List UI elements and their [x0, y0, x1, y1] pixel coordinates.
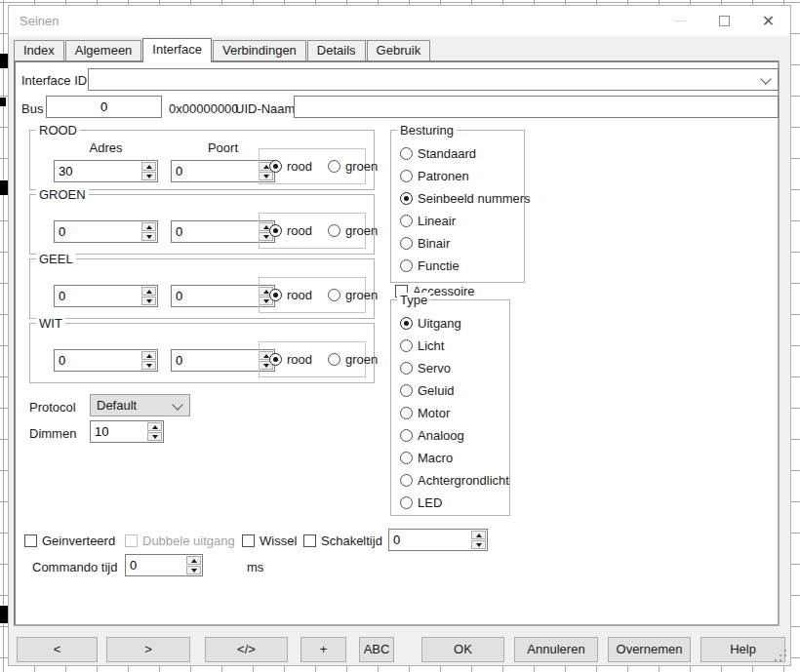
- schakeltijd-checkbox[interactable]: Schakeltijd: [303, 534, 382, 548]
- radio-seinbeeld-nummers[interactable]: Seinbeeld nummers: [400, 191, 531, 206]
- radio-motor[interactable]: Motor: [400, 406, 509, 420]
- resize-grip[interactable]: [784, 659, 786, 661]
- help-button[interactable]: Help: [700, 637, 785, 662]
- radio-groen[interactable]: groen: [328, 352, 378, 367]
- interface-id-input[interactable]: [89, 69, 766, 90]
- geinverteerd-checkbox[interactable]: Geinverteerd: [24, 534, 115, 548]
- groen-adres-input[interactable]: [55, 221, 146, 242]
- tab-strip: Index Algemeen Interface Verbindingen De…: [14, 38, 431, 60]
- checkbox-icon: [125, 534, 138, 547]
- radio-patronen[interactable]: Patronen: [400, 169, 531, 183]
- radio-lineair[interactable]: Lineair: [400, 214, 531, 228]
- tab-gebruik[interactable]: Gebruik: [367, 40, 431, 60]
- uid-naam-input[interactable]: [294, 96, 779, 118]
- add-button[interactable]: +: [300, 637, 346, 662]
- spin-down-button[interactable]: [141, 172, 156, 180]
- protocol-combobox[interactable]: Default: [90, 394, 190, 416]
- checkbox-icon: [242, 534, 255, 547]
- code-button[interactable]: </>: [205, 637, 288, 662]
- geel-poort-input[interactable]: [172, 286, 263, 306]
- bus-input[interactable]: [46, 96, 162, 118]
- wit-adres-spinner[interactable]: [54, 349, 158, 372]
- radio-button-icon: [400, 170, 413, 182]
- radio-lineair-label: Lineair: [418, 214, 456, 228]
- cancel-button[interactable]: Annuleren: [514, 637, 598, 662]
- radio-binair[interactable]: Binair: [400, 236, 531, 251]
- schakeltijd-input[interactable]: [389, 530, 476, 550]
- apply-button[interactable]: Overnemen: [608, 637, 691, 662]
- schakeltijd-spinner[interactable]: [388, 529, 488, 551]
- interface-id-combobox[interactable]: [88, 68, 779, 91]
- radio-servo[interactable]: Servo: [400, 361, 509, 376]
- radio-groen[interactable]: groen: [328, 288, 378, 302]
- hex-code-text: 0x00000000: [169, 101, 239, 116]
- maximize-button[interactable]: [702, 6, 746, 36]
- radio-led[interactable]: LED: [400, 495, 509, 510]
- radio-button-icon: [269, 289, 282, 301]
- spin-down-button[interactable]: [141, 296, 156, 305]
- rood-adres-input[interactable]: [55, 161, 146, 181]
- radio-licht[interactable]: Licht: [400, 338, 509, 353]
- radio-groen[interactable]: groen: [328, 159, 378, 174]
- spin-up-button[interactable]: [147, 422, 162, 431]
- tab-algemeen[interactable]: Algemeen: [65, 40, 142, 60]
- radio-functie[interactable]: Functie: [400, 258, 531, 273]
- radio-rood[interactable]: rood: [269, 159, 312, 174]
- radio-rood[interactable]: rood: [269, 223, 312, 238]
- radio-button-icon: [400, 474, 413, 487]
- spin-up-button[interactable]: [141, 287, 156, 296]
- radio-geluid[interactable]: Geluid: [400, 383, 509, 398]
- spin-down-button[interactable]: [147, 432, 162, 441]
- besturing-options: Standaard Patronen Seinbeeld nummers Lin…: [400, 146, 531, 273]
- spin-up-button[interactable]: [141, 162, 156, 171]
- radio-rood[interactable]: rood: [269, 288, 312, 302]
- ok-button[interactable]: OK: [421, 637, 504, 662]
- radio-analoog[interactable]: Analoog: [400, 428, 509, 443]
- dimmen-spinner[interactable]: [90, 420, 164, 443]
- radio-button-icon: [328, 289, 340, 301]
- tab-index[interactable]: Index: [14, 40, 64, 60]
- radio-achtergrondlicht[interactable]: Achtergrondlicht: [400, 473, 509, 488]
- radio-button-icon: [328, 353, 340, 366]
- geel-adres-input[interactable]: [55, 286, 146, 306]
- radio-geluid-label: Geluid: [418, 383, 455, 398]
- rood-polarity-box: rood groen: [259, 148, 366, 184]
- spin-down-button[interactable]: [471, 540, 486, 549]
- close-button[interactable]: ✕: [746, 6, 790, 36]
- tab-verbindingen[interactable]: Verbindingen: [213, 40, 306, 60]
- group-geel-title: GEEL: [36, 252, 76, 266]
- abc-button[interactable]: ABC: [359, 637, 394, 662]
- spin-down-button[interactable]: [141, 232, 156, 241]
- radio-macro[interactable]: Macro: [400, 451, 509, 465]
- spin-up-button[interactable]: [141, 222, 156, 231]
- spin-up-button[interactable]: [186, 556, 201, 565]
- dimmen-input[interactable]: [91, 421, 152, 442]
- rood-adres-spinner[interactable]: [54, 160, 158, 182]
- radio-button-icon: [400, 317, 413, 330]
- groen-adres-spinner[interactable]: [54, 220, 158, 243]
- rood-poort-input[interactable]: [172, 161, 263, 181]
- radio-rood[interactable]: rood: [269, 352, 312, 367]
- radio-button-icon: [269, 353, 282, 366]
- wit-adres-input[interactable]: [55, 350, 146, 371]
- tab-interface[interactable]: Interface: [142, 38, 212, 62]
- geel-adres-spinner[interactable]: [54, 285, 158, 307]
- radio-standaard[interactable]: Standaard: [400, 146, 531, 161]
- group-besturing-title: Besturing: [397, 123, 457, 138]
- spin-down-button[interactable]: [186, 566, 201, 574]
- spin-up-button[interactable]: [141, 351, 156, 360]
- wissel-checkbox[interactable]: Wissel: [242, 534, 297, 548]
- prev-button[interactable]: <: [17, 637, 98, 662]
- spin-up-button[interactable]: [471, 531, 486, 539]
- minimize-button[interactable]: [659, 6, 702, 36]
- commando-tijd-spinner[interactable]: [125, 554, 203, 576]
- commando-tijd-input[interactable]: [126, 555, 191, 575]
- wit-poort-input[interactable]: [172, 350, 263, 371]
- group-type: Type Uitgang Licht Servo: [390, 299, 510, 516]
- next-button[interactable]: >: [106, 637, 190, 662]
- radio-uitgang[interactable]: Uitgang: [400, 316, 509, 331]
- spin-down-button[interactable]: [141, 361, 156, 370]
- tab-details[interactable]: Details: [307, 40, 366, 60]
- radio-groen[interactable]: groen: [328, 223, 378, 238]
- groen-poort-input[interactable]: [172, 221, 263, 242]
